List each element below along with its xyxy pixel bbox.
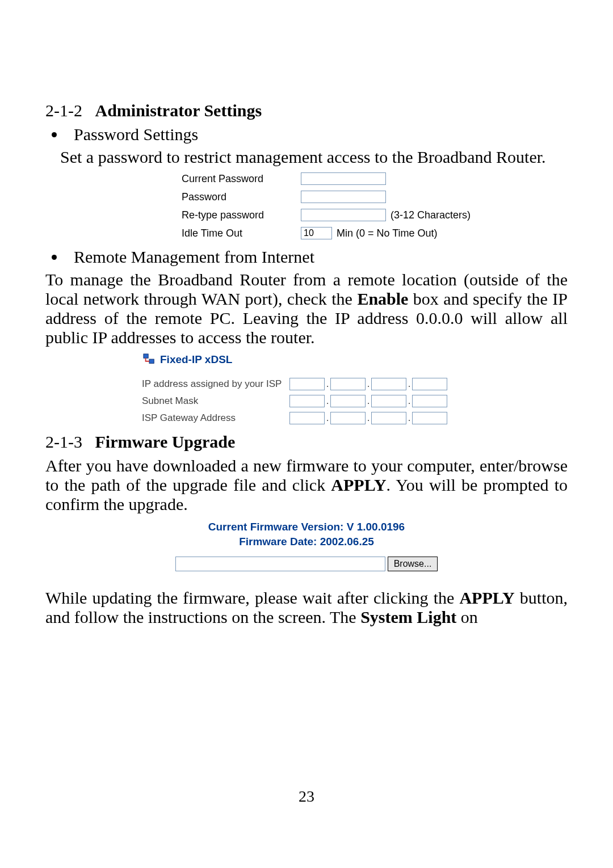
- page-number: 23: [0, 787, 613, 806]
- paragraph: Set a password to restrict management ac…: [60, 148, 568, 167]
- section-title: Firmware Upgrade: [95, 432, 235, 451]
- firmware-path-input[interactable]: [175, 557, 385, 571]
- paragraph: While updating the firmware, please wait…: [45, 588, 568, 627]
- ip-assigned-input[interactable]: ...: [289, 378, 447, 390]
- paragraph: After you have downloaded a new firmware…: [45, 456, 568, 514]
- label-password: Password: [182, 191, 301, 203]
- idle-timeout-hint: Min (0 = No Time Out): [337, 227, 438, 239]
- screenshot-fixed-ip-xdsl: Fixed-IP xDSL IP address assigned by you…: [142, 353, 505, 424]
- password-input[interactable]: [301, 191, 386, 203]
- retype-password-input[interactable]: [301, 209, 386, 221]
- svg-rect-0: [144, 354, 148, 358]
- idle-timeout-input[interactable]: 10: [301, 227, 332, 239]
- svg-rect-1: [149, 359, 154, 363]
- isp-gateway-input[interactable]: ...: [289, 412, 447, 424]
- label-idle-timeout: Idle Time Out: [182, 227, 301, 239]
- label-subnet-mask: Subnet Mask: [142, 395, 289, 407]
- retype-password-hint: (3-12 Characters): [391, 209, 471, 221]
- bullet-password-settings: Password Settings: [66, 125, 568, 144]
- current-password-input[interactable]: [301, 172, 386, 185]
- bullet-list: Remote Management from Internet: [45, 247, 568, 267]
- firmware-date: Firmware Date: 2002.06.25: [148, 534, 465, 549]
- subnet-mask-input[interactable]: ...: [289, 395, 447, 407]
- screenshot-password-settings: Current Password Password Re-type passwo…: [182, 172, 522, 239]
- browse-button[interactable]: Browse...: [388, 557, 438, 571]
- label-ip-assigned: IP address assigned by your ISP: [142, 378, 289, 390]
- firmware-version: Current Firmware Version: V 1.00.0196: [148, 520, 465, 534]
- section-number: 2-1-2: [45, 101, 82, 120]
- section-heading-firmware: 2-1-3 Firmware Upgrade: [45, 432, 568, 452]
- section-number: 2-1-3: [45, 432, 82, 451]
- bullet-remote-management: Remote Management from Internet: [66, 247, 568, 267]
- xdsl-title: Fixed-IP xDSL: [160, 353, 232, 366]
- section-heading-admin: 2-1-2 Administrator Settings: [45, 101, 568, 120]
- page: 2-1-2 Administrator Settings Password Se…: [0, 0, 613, 627]
- network-icon: [142, 353, 157, 366]
- label-isp-gateway: ISP Gateway Address: [142, 412, 289, 424]
- label-retype-password: Re-type password: [182, 209, 301, 221]
- bullet-list: Password Settings: [45, 125, 568, 144]
- section-title: Administrator Settings: [95, 101, 262, 120]
- paragraph: To manage the Broadband Router from a re…: [45, 270, 568, 347]
- screenshot-firmware-upgrade: Current Firmware Version: V 1.00.0196 Fi…: [148, 520, 465, 571]
- label-current-password: Current Password: [182, 173, 301, 185]
